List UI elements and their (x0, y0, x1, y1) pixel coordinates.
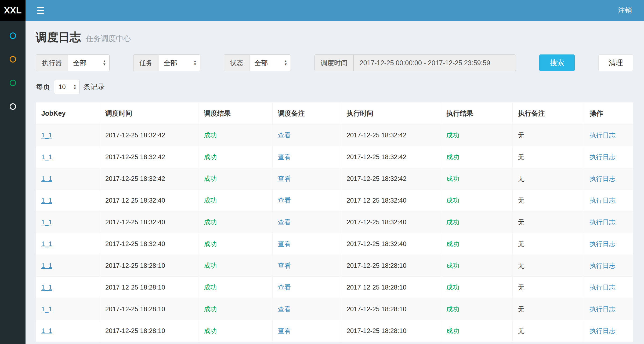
table-row: 1_1 2017-12-25 18:28:10 成功 查看 2017-12-25… (36, 255, 633, 277)
exec-result-cell: 成功 (441, 190, 512, 211)
trigger-remark-link[interactable]: 查看 (278, 175, 291, 182)
search-button[interactable]: 搜索 (539, 54, 575, 71)
circle-outline-icon (10, 80, 16, 86)
trigger-time-cell: 2017-12-25 18:28:10 (100, 255, 198, 277)
trigger-remark-link[interactable]: 查看 (278, 327, 291, 334)
jobkey-link[interactable]: 1_1 (41, 284, 52, 291)
exec-remark-cell: 无 (512, 320, 584, 342)
status-select-value: 全部 (254, 58, 268, 67)
trigger-result-cell: 成功 (198, 255, 272, 277)
trigger-time-cell: 2017-12-25 18:32:40 (100, 211, 198, 233)
exec-remark-cell: 无 (512, 233, 584, 255)
page-size-select[interactable]: 10 ▲▼ (54, 80, 79, 94)
job-select[interactable]: 全部 ▲▼ (159, 54, 200, 71)
circle-outline-icon (10, 103, 16, 110)
exec-time-cell: 2017-12-25 18:28:10 (341, 277, 441, 298)
col-header-trigger-result: 调度结果 (198, 103, 272, 125)
filter-executor: 执行器 全部 ▲▼ (36, 54, 110, 71)
jobkey-cell: 1_1 (36, 277, 100, 298)
jobkey-link[interactable]: 1_1 (41, 153, 52, 160)
exec-result-cell: 成功 (441, 277, 512, 298)
clear-button[interactable]: 清理 (598, 54, 633, 71)
trigger-remark-link[interactable]: 查看 (278, 153, 291, 160)
exec-log-link[interactable]: 执行日志 (590, 284, 616, 291)
circle-outline-icon (10, 32, 16, 39)
exec-log-link[interactable]: 执行日志 (590, 262, 616, 269)
exec-result-cell: 成功 (441, 255, 512, 277)
sidebar-item-4[interactable] (10, 103, 16, 110)
trigger-result-cell: 成功 (198, 125, 272, 146)
executor-select[interactable]: 全部 ▲▼ (68, 54, 110, 71)
page-size-value: 10 (59, 83, 66, 91)
jobkey-cell: 1_1 (36, 320, 100, 342)
app-logo[interactable]: XXL (0, 0, 26, 21)
exec-result-cell: 成功 (441, 125, 512, 146)
sidebar-toggle-icon[interactable]: ☰ (36, 6, 44, 15)
exec-log-link[interactable]: 执行日志 (590, 305, 616, 313)
action-cell: 执行日志 (584, 146, 633, 168)
col-header-jobkey: JobKey (36, 103, 100, 125)
status-select[interactable]: 全部 ▲▼ (249, 54, 291, 71)
exec-log-link[interactable]: 执行日志 (590, 327, 616, 334)
exec-result-cell: 成功 (441, 320, 512, 342)
exec-log-link[interactable]: 执行日志 (590, 197, 616, 204)
exec-result-cell: 成功 (441, 146, 512, 168)
trigger-remark-link[interactable]: 查看 (278, 240, 291, 247)
trigger-time-range-input[interactable] (353, 54, 516, 71)
col-header-action: 操作 (584, 103, 633, 125)
sidebar-item-2[interactable] (10, 56, 16, 63)
exec-remark-cell: 无 (512, 298, 584, 320)
job-select-value: 全部 (164, 58, 177, 67)
main-content: 调度日志 任务调度中心 执行器 全部 ▲▼ 任务 全部 ▲▼ 状态 全部 ▲▼ (26, 21, 644, 344)
action-cell: 执行日志 (584, 277, 633, 298)
trigger-result-cell: 成功 (198, 211, 272, 233)
exec-remark-cell: 无 (512, 277, 584, 298)
exec-time-cell: 2017-12-25 18:28:10 (341, 255, 441, 277)
exec-time-cell: 2017-12-25 18:28:10 (341, 298, 441, 320)
trigger-remark-link[interactable]: 查看 (278, 262, 291, 269)
logout-link[interactable]: 注销 (618, 6, 632, 15)
trigger-remark-link[interactable]: 查看 (278, 305, 291, 313)
jobkey-link[interactable]: 1_1 (41, 175, 52, 182)
exec-result-cell: 成功 (441, 168, 512, 190)
exec-log-link[interactable]: 执行日志 (590, 175, 616, 182)
action-cell: 执行日志 (584, 255, 633, 277)
trigger-time-cell: 2017-12-25 18:28:10 (100, 298, 198, 320)
jobkey-link[interactable]: 1_1 (41, 327, 52, 334)
jobkey-link[interactable]: 1_1 (41, 218, 52, 226)
circle-outline-icon (10, 56, 16, 63)
jobkey-link[interactable]: 1_1 (41, 131, 52, 139)
trigger-result-cell: 成功 (198, 190, 272, 211)
sidebar-item-3[interactable] (10, 80, 16, 86)
page-header: 调度日志 任务调度中心 (36, 28, 633, 50)
table-row: 1_1 2017-12-25 18:28:10 成功 查看 2017-12-25… (36, 298, 633, 320)
table-row: 1_1 2017-12-25 18:28:10 成功 查看 2017-12-25… (36, 320, 633, 342)
filter-job: 任务 全部 ▲▼ (133, 54, 200, 71)
trigger-remark-cell: 查看 (272, 125, 341, 146)
jobkey-cell: 1_1 (36, 125, 100, 146)
page-subtitle: 任务调度中心 (86, 34, 131, 43)
jobkey-link[interactable]: 1_1 (41, 197, 52, 204)
col-header-exec-result: 执行结果 (441, 103, 512, 125)
trigger-remark-link[interactable]: 查看 (278, 218, 291, 226)
jobkey-link[interactable]: 1_1 (41, 305, 52, 313)
table-wrap: JobKey 调度时间 调度结果 调度备注 执行时间 执行结果 执行备注 操作 … (36, 102, 633, 342)
trigger-remark-link[interactable]: 查看 (278, 131, 291, 139)
filter-trigger-time: 调度时间 (314, 54, 516, 71)
exec-remark-cell: 无 (512, 211, 584, 233)
jobkey-link[interactable]: 1_1 (41, 262, 52, 269)
exec-log-link[interactable]: 执行日志 (590, 240, 616, 247)
jobkey-cell: 1_1 (36, 233, 100, 255)
exec-time-cell: 2017-12-25 18:32:42 (341, 146, 441, 168)
trigger-remark-link[interactable]: 查看 (278, 197, 291, 204)
trigger-remark-link[interactable]: 查看 (278, 284, 291, 291)
trigger-time-cell: 2017-12-25 18:28:10 (100, 320, 198, 342)
jobkey-link[interactable]: 1_1 (41, 240, 52, 247)
exec-log-link[interactable]: 执行日志 (590, 218, 616, 226)
sidebar-item-1[interactable] (10, 32, 16, 39)
jobkey-cell: 1_1 (36, 211, 100, 233)
exec-log-link[interactable]: 执行日志 (590, 131, 616, 139)
top-navbar: XXL ☰ 注销 (0, 0, 644, 21)
select-stepper-icon: ▲▼ (103, 60, 106, 66)
exec-log-link[interactable]: 执行日志 (590, 153, 616, 160)
